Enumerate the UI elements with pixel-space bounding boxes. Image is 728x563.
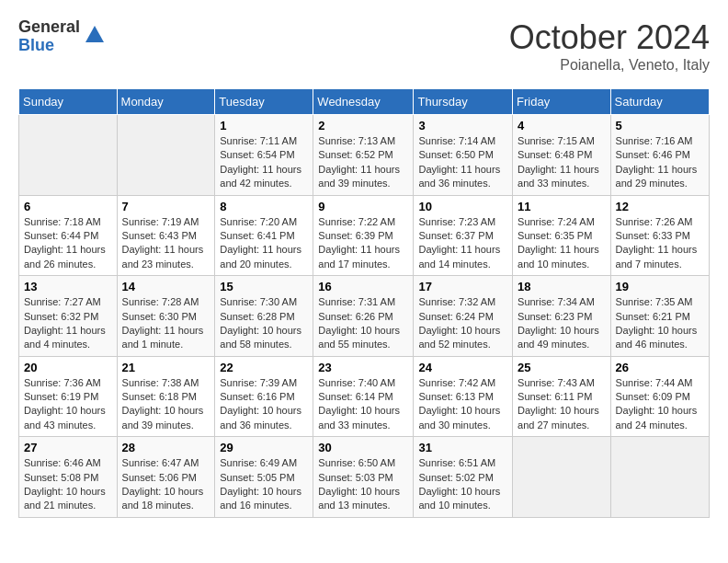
- calendar-cell: 13Sunrise: 7:27 AM Sunset: 6:32 PM Dayli…: [19, 276, 118, 357]
- day-number: 4: [518, 119, 606, 132]
- day-info: Sunrise: 7:32 AM Sunset: 6:24 PM Dayligh…: [418, 295, 507, 352]
- day-number: 30: [318, 441, 408, 454]
- day-info: Sunrise: 7:14 AM Sunset: 6:50 PM Dayligh…: [418, 134, 507, 191]
- day-info: Sunrise: 7:39 AM Sunset: 6:16 PM Dayligh…: [220, 376, 308, 433]
- calendar-cell: 4Sunrise: 7:15 AM Sunset: 6:48 PM Daylig…: [513, 115, 611, 196]
- day-number: 11: [518, 200, 606, 213]
- day-number: 17: [418, 280, 507, 293]
- day-number: 16: [318, 280, 408, 293]
- calendar-cell: 8Sunrise: 7:20 AM Sunset: 6:41 PM Daylig…: [215, 195, 313, 276]
- calendar-cell: 19Sunrise: 7:35 AM Sunset: 6:21 PM Dayli…: [610, 276, 709, 357]
- calendar-cell: 15Sunrise: 7:30 AM Sunset: 6:28 PM Dayli…: [215, 276, 313, 357]
- logo-general-text: General: [18, 18, 80, 37]
- calendar-cell: 31Sunrise: 6:51 AM Sunset: 5:02 PM Dayli…: [414, 437, 513, 518]
- calendar-cell: 12Sunrise: 7:26 AM Sunset: 6:33 PM Dayli…: [610, 195, 709, 276]
- day-info: Sunrise: 7:13 AM Sunset: 6:52 PM Dayligh…: [318, 134, 408, 191]
- day-number: 13: [24, 280, 112, 293]
- day-number: 19: [616, 280, 704, 293]
- day-number: 26: [616, 361, 704, 374]
- day-number: 1: [220, 119, 308, 132]
- day-info: Sunrise: 7:34 AM Sunset: 6:23 PM Dayligh…: [518, 295, 606, 352]
- calendar-cell: 25Sunrise: 7:43 AM Sunset: 6:11 PM Dayli…: [513, 356, 611, 437]
- svg-marker-0: [85, 26, 104, 42]
- day-number: 10: [418, 200, 507, 213]
- day-number: 15: [220, 280, 308, 293]
- day-info: Sunrise: 7:28 AM Sunset: 6:30 PM Dayligh…: [122, 295, 210, 352]
- weekday-header-monday: Monday: [117, 89, 215, 115]
- calendar-cell: 23Sunrise: 7:40 AM Sunset: 6:14 PM Dayli…: [313, 356, 414, 437]
- calendar-cell: 10Sunrise: 7:23 AM Sunset: 6:37 PM Dayli…: [414, 195, 513, 276]
- day-info: Sunrise: 7:19 AM Sunset: 6:43 PM Dayligh…: [122, 215, 210, 272]
- calendar-cell: 9Sunrise: 7:22 AM Sunset: 6:39 PM Daylig…: [313, 195, 414, 276]
- calendar-cell: 7Sunrise: 7:19 AM Sunset: 6:43 PM Daylig…: [117, 195, 215, 276]
- calendar-cell: 27Sunrise: 6:46 AM Sunset: 5:08 PM Dayli…: [19, 437, 118, 518]
- day-number: 25: [518, 361, 606, 374]
- calendar-cell: 2Sunrise: 7:13 AM Sunset: 6:52 PM Daylig…: [313, 115, 414, 196]
- weekday-header-thursday: Thursday: [414, 89, 513, 115]
- day-number: 29: [220, 441, 308, 454]
- calendar-cell: 1Sunrise: 7:11 AM Sunset: 6:54 PM Daylig…: [215, 115, 313, 196]
- day-number: 9: [318, 200, 408, 213]
- day-info: Sunrise: 7:20 AM Sunset: 6:41 PM Dayligh…: [220, 215, 308, 272]
- calendar-cell: 18Sunrise: 7:34 AM Sunset: 6:23 PM Dayli…: [513, 276, 611, 357]
- day-info: Sunrise: 6:50 AM Sunset: 5:03 PM Dayligh…: [318, 456, 408, 513]
- day-info: Sunrise: 7:15 AM Sunset: 6:48 PM Dayligh…: [518, 134, 606, 191]
- day-number: 28: [122, 441, 210, 454]
- calendar-cell: [117, 115, 215, 196]
- day-info: Sunrise: 7:16 AM Sunset: 6:46 PM Dayligh…: [616, 134, 704, 191]
- day-number: 31: [418, 441, 507, 454]
- logo: General Blue: [18, 18, 106, 55]
- calendar-cell: 5Sunrise: 7:16 AM Sunset: 6:46 PM Daylig…: [610, 115, 709, 196]
- day-info: Sunrise: 7:26 AM Sunset: 6:33 PM Dayligh…: [616, 215, 704, 272]
- day-info: Sunrise: 6:47 AM Sunset: 5:06 PM Dayligh…: [122, 456, 210, 513]
- calendar-week-row: 20Sunrise: 7:36 AM Sunset: 6:19 PM Dayli…: [19, 356, 710, 437]
- day-info: Sunrise: 7:36 AM Sunset: 6:19 PM Dayligh…: [24, 376, 112, 433]
- calendar-cell: 28Sunrise: 6:47 AM Sunset: 5:06 PM Dayli…: [117, 437, 215, 518]
- calendar-cell: 16Sunrise: 7:31 AM Sunset: 6:26 PM Dayli…: [313, 276, 414, 357]
- day-info: Sunrise: 7:42 AM Sunset: 6:13 PM Dayligh…: [418, 376, 507, 433]
- day-number: 7: [122, 200, 210, 213]
- day-info: Sunrise: 7:43 AM Sunset: 6:11 PM Dayligh…: [518, 376, 606, 433]
- day-number: 20: [24, 361, 112, 374]
- calendar-cell: 26Sunrise: 7:44 AM Sunset: 6:09 PM Dayli…: [610, 356, 709, 437]
- weekday-header-sunday: Sunday: [19, 89, 118, 115]
- day-number: 6: [24, 200, 112, 213]
- calendar-cell: 24Sunrise: 7:42 AM Sunset: 6:13 PM Dayli…: [414, 356, 513, 437]
- logo-icon: [84, 24, 106, 50]
- title-block: October 2024 Poianella, Veneto, Italy: [509, 18, 710, 74]
- day-info: Sunrise: 7:27 AM Sunset: 6:32 PM Dayligh…: [24, 295, 112, 352]
- day-info: Sunrise: 7:22 AM Sunset: 6:39 PM Dayligh…: [318, 215, 408, 272]
- day-number: 8: [220, 200, 308, 213]
- calendar-cell: 21Sunrise: 7:38 AM Sunset: 6:18 PM Dayli…: [117, 356, 215, 437]
- day-info: Sunrise: 7:23 AM Sunset: 6:37 PM Dayligh…: [418, 215, 507, 272]
- calendar-cell: 11Sunrise: 7:24 AM Sunset: 6:35 PM Dayli…: [513, 195, 611, 276]
- calendar-header-row: SundayMondayTuesdayWednesdayThursdayFrid…: [19, 89, 710, 115]
- day-number: 22: [220, 361, 308, 374]
- day-info: Sunrise: 6:51 AM Sunset: 5:02 PM Dayligh…: [418, 456, 507, 513]
- day-info: Sunrise: 7:44 AM Sunset: 6:09 PM Dayligh…: [616, 376, 704, 433]
- calendar-table: SundayMondayTuesdayWednesdayThursdayFrid…: [18, 88, 710, 518]
- calendar-cell: 20Sunrise: 7:36 AM Sunset: 6:19 PM Dayli…: [19, 356, 118, 437]
- day-info: Sunrise: 7:24 AM Sunset: 6:35 PM Dayligh…: [518, 215, 606, 272]
- month-title: October 2024: [509, 18, 710, 57]
- day-info: Sunrise: 6:46 AM Sunset: 5:08 PM Dayligh…: [24, 456, 112, 513]
- calendar-cell: [513, 437, 611, 518]
- calendar-cell: 29Sunrise: 6:49 AM Sunset: 5:05 PM Dayli…: [215, 437, 313, 518]
- day-number: 3: [418, 119, 507, 132]
- logo-blue-text: Blue: [18, 37, 80, 55]
- calendar-cell: 3Sunrise: 7:14 AM Sunset: 6:50 PM Daylig…: [414, 115, 513, 196]
- day-info: Sunrise: 7:11 AM Sunset: 6:54 PM Dayligh…: [220, 134, 308, 191]
- day-info: Sunrise: 7:30 AM Sunset: 6:28 PM Dayligh…: [220, 295, 308, 352]
- calendar-cell: 6Sunrise: 7:18 AM Sunset: 6:44 PM Daylig…: [19, 195, 118, 276]
- weekday-header-friday: Friday: [513, 89, 611, 115]
- day-number: 12: [616, 200, 704, 213]
- calendar-week-row: 13Sunrise: 7:27 AM Sunset: 6:32 PM Dayli…: [19, 276, 710, 357]
- day-number: 23: [318, 361, 408, 374]
- calendar-cell: 17Sunrise: 7:32 AM Sunset: 6:24 PM Dayli…: [414, 276, 513, 357]
- weekday-header-tuesday: Tuesday: [215, 89, 313, 115]
- weekday-header-wednesday: Wednesday: [313, 89, 414, 115]
- calendar-cell: 14Sunrise: 7:28 AM Sunset: 6:30 PM Dayli…: [117, 276, 215, 357]
- day-number: 2: [318, 119, 408, 132]
- day-info: Sunrise: 7:38 AM Sunset: 6:18 PM Dayligh…: [122, 376, 210, 433]
- day-info: Sunrise: 6:49 AM Sunset: 5:05 PM Dayligh…: [220, 456, 308, 513]
